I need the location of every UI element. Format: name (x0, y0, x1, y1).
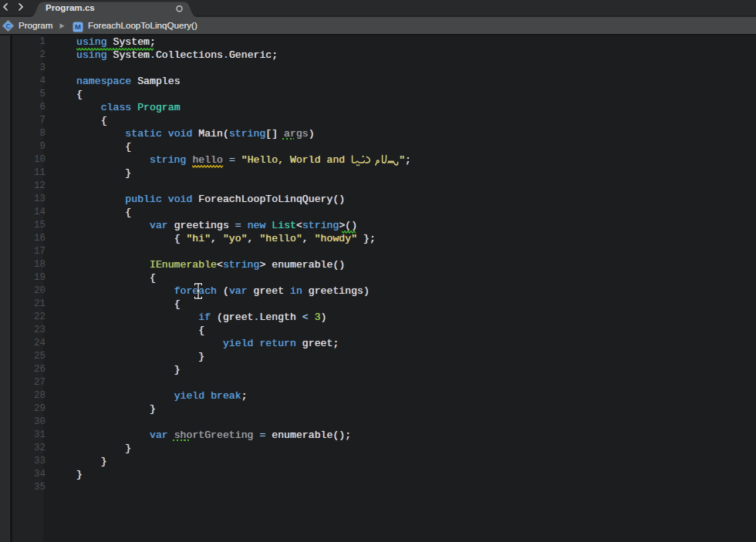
svg-text:C: C (5, 22, 10, 30)
svg-text:M: M (75, 22, 81, 31)
